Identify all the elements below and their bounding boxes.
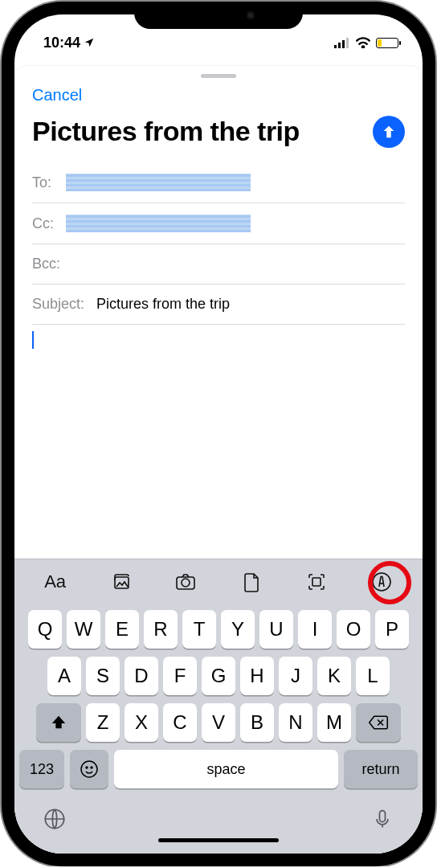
bcc-field[interactable]: Bcc:	[32, 244, 405, 285]
backspace-key[interactable]	[356, 703, 401, 742]
arrow-up-icon	[380, 123, 398, 141]
mic-icon[interactable]	[371, 808, 394, 830]
bcc-label: Bcc:	[32, 256, 60, 272]
to-label: To:	[32, 174, 59, 191]
key-d[interactable]: D	[125, 657, 158, 695]
to-field[interactable]: To:	[32, 162, 405, 203]
camera-button[interactable]	[161, 564, 210, 600]
home-indicator[interactable]	[158, 838, 279, 842]
markup-button[interactable]	[357, 564, 406, 600]
status-time: 10:44	[43, 35, 80, 51]
to-value-redacted	[66, 174, 251, 191]
cellular-icon	[334, 38, 350, 48]
camera-icon	[174, 571, 197, 593]
subject-field[interactable]: Subject: Pictures from the trip	[32, 285, 405, 325]
emoji-key[interactable]	[70, 750, 108, 788]
emoji-icon	[80, 760, 99, 779]
shift-icon	[50, 714, 67, 731]
key-k[interactable]: K	[317, 657, 351, 695]
key-row-1: QWERTYUIOP	[19, 610, 418, 649]
svg-point-9	[81, 761, 97, 777]
compose-title: Pictures from the trip	[32, 117, 300, 146]
key-z[interactable]: Z	[86, 703, 120, 742]
phone-frame: 10:44 Cancel Pictures from the trip	[2, 2, 435, 866]
key-s[interactable]: S	[86, 657, 120, 695]
format-button[interactable]: Aa	[31, 564, 80, 600]
svg-point-6	[182, 579, 190, 587]
key-r[interactable]: R	[144, 610, 178, 649]
return-key[interactable]: return	[344, 750, 418, 788]
key-i[interactable]: I	[298, 610, 332, 649]
notch	[134, 2, 303, 29]
key-c[interactable]: C	[163, 703, 197, 742]
key-j[interactable]: J	[279, 657, 312, 695]
key-row-2: ASDFGHJKL	[19, 657, 418, 695]
svg-rect-1	[338, 43, 341, 48]
svg-rect-3	[346, 38, 349, 48]
key-p[interactable]: P	[375, 610, 409, 649]
key-x[interactable]: X	[125, 703, 158, 742]
keyboard-footer	[19, 796, 418, 838]
send-button[interactable]	[373, 116, 405, 148]
key-w[interactable]: W	[67, 610, 100, 649]
compose-sheet: Cancel Pictures from the trip To: Cc:	[14, 66, 423, 854]
location-icon	[84, 37, 95, 48]
text-cursor	[32, 331, 34, 349]
svg-rect-7	[312, 578, 321, 586]
svg-rect-2	[342, 40, 345, 48]
key-row-bottom: 123 space return	[19, 750, 418, 788]
document-button[interactable]	[227, 564, 276, 600]
svg-point-10	[86, 767, 88, 768]
numbers-key[interactable]: 123	[19, 750, 64, 788]
document-icon	[240, 571, 263, 593]
markup-icon	[370, 571, 393, 593]
key-u[interactable]: U	[259, 610, 293, 649]
scan-icon	[305, 571, 328, 593]
cancel-button[interactable]: Cancel	[32, 86, 82, 104]
screen: 10:44 Cancel Pictures from the trip	[14, 14, 423, 854]
svg-rect-13	[380, 811, 386, 822]
globe-icon[interactable]	[43, 808, 66, 830]
key-v[interactable]: V	[202, 703, 235, 742]
photo-library-button[interactable]	[96, 564, 145, 600]
shift-key[interactable]	[36, 703, 81, 742]
key-row-3: ZXCVBNM	[19, 703, 418, 742]
key-g[interactable]: G	[202, 657, 235, 695]
battery-icon	[376, 38, 398, 48]
scan-button[interactable]	[292, 564, 341, 600]
photo-library-icon	[109, 571, 132, 593]
backspace-icon	[368, 714, 389, 731]
key-e[interactable]: E	[105, 610, 139, 649]
svg-point-11	[91, 767, 92, 768]
sheet-grabber[interactable]	[201, 74, 236, 78]
key-t[interactable]: T	[182, 610, 216, 649]
key-o[interactable]: O	[337, 610, 370, 649]
body-input[interactable]	[14, 325, 423, 559]
space-key[interactable]: space	[114, 750, 338, 788]
keyboard: QWERTYUIOP ASDFGHJKL ZXCVBNM 123	[14, 604, 423, 854]
svg-point-8	[373, 573, 390, 591]
cc-label: Cc:	[32, 215, 59, 232]
key-b[interactable]: B	[240, 703, 274, 742]
key-q[interactable]: Q	[28, 610, 62, 649]
key-a[interactable]: A	[47, 657, 81, 695]
key-m[interactable]: M	[317, 703, 351, 742]
key-f[interactable]: F	[163, 657, 197, 695]
key-n[interactable]: N	[279, 703, 312, 742]
svg-rect-0	[334, 45, 337, 48]
cc-field[interactable]: Cc:	[32, 203, 405, 244]
key-h[interactable]: H	[240, 657, 274, 695]
key-l[interactable]: L	[356, 657, 390, 695]
subject-value: Pictures from the trip	[96, 296, 230, 313]
key-y[interactable]: Y	[221, 610, 255, 649]
cc-value-redacted	[66, 215, 251, 232]
keyboard-toolbar: Aa	[14, 559, 423, 604]
subject-label: Subject:	[32, 296, 90, 313]
wifi-icon	[355, 37, 371, 48]
